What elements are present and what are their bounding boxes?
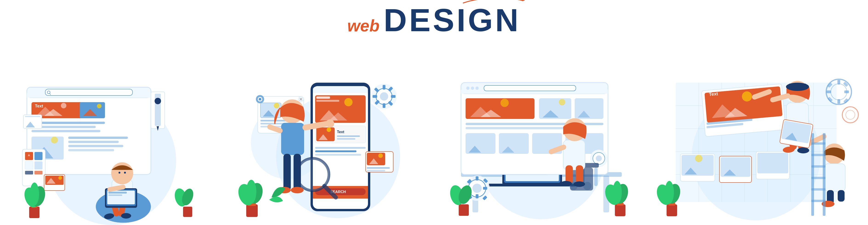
design-label: DESIGN [383,2,521,38]
svg-rect-283 [811,154,826,156]
svg-point-164 [471,87,474,90]
panel1-illustration: Text [8,69,215,225]
svg-rect-86 [315,147,366,149]
svg-rect-17 [31,130,100,132]
svg-rect-72 [313,91,368,93]
svg-rect-21 [68,137,128,139]
svg-point-242 [842,107,858,123]
panel-4: Text [649,69,863,225]
svg-rect-188 [476,194,478,198]
svg-rect-32 [34,171,42,174]
web-label: web [347,18,379,34]
svg-rect-280 [811,133,814,216]
svg-rect-287 [811,200,826,202]
svg-rect-135 [246,204,258,217]
svg-point-58 [124,172,126,173]
svg-rect-239 [843,98,848,103]
svg-text:Text: Text [337,130,344,134]
svg-rect-121 [391,95,396,98]
svg-rect-235 [837,99,840,104]
svg-rect-284 [811,165,826,168]
svg-rect-174 [575,98,603,119]
svg-point-186 [472,184,482,193]
svg-rect-53 [108,192,127,194]
svg-rect-127 [281,123,304,155]
panel2-illustration: Text SEARCH [223,69,430,225]
svg-rect-24 [68,149,114,151]
svg-point-82 [327,127,331,132]
svg-rect-217 [459,204,469,216]
svg-rect-22 [68,141,119,143]
svg-rect-84 [337,135,360,137]
svg-rect-206 [565,165,573,184]
svg-point-216 [613,181,622,204]
svg-rect-205 [563,140,585,170]
svg-rect-87 [315,150,356,152]
svg-point-139 [246,180,256,204]
svg-rect-278 [838,190,844,201]
svg-rect-15 [31,122,105,124]
svg-point-243 [846,110,855,119]
curve-decoration [461,0,525,5]
svg-point-170 [500,99,509,107]
svg-text:Text: Text [35,104,43,108]
svg-rect-54 [108,194,122,196]
panel3-illustration [438,69,645,225]
svg-rect-285 [811,177,826,179]
svg-point-173 [559,99,565,105]
svg-rect-132 [293,154,301,191]
svg-point-270 [797,148,809,153]
svg-point-163 [466,87,469,90]
svg-point-57 [119,172,120,173]
page-wrapper: web DESIGN [0,0,868,225]
svg-rect-28 [34,152,42,160]
illustrations-container: Text [0,36,868,225]
svg-point-197 [596,155,602,161]
svg-rect-166 [484,86,576,91]
svg-point-129 [326,119,334,128]
svg-rect-260 [757,153,788,173]
svg-rect-77 [316,96,330,99]
svg-rect-237 [844,91,849,93]
svg-point-48 [121,213,131,219]
svg-rect-119 [383,103,385,108]
svg-rect-59 [29,206,39,218]
svg-rect-78 [316,100,339,102]
svg-point-134 [291,187,304,193]
svg-rect-288 [666,204,677,216]
svg-rect-236 [827,91,831,93]
svg-rect-187 [476,176,478,181]
svg-point-20 [51,137,58,143]
svg-rect-118 [383,85,385,90]
svg-point-105 [274,103,279,108]
svg-point-117 [380,92,388,101]
svg-rect-120 [373,95,377,98]
svg-rect-257 [720,157,750,177]
svg-rect-113 [367,167,390,169]
svg-point-165 [475,87,479,90]
svg-rect-85 [337,138,355,139]
svg-rect-30 [34,161,42,169]
svg-rect-281 [823,133,826,216]
svg-text:Text: Text [709,91,718,97]
svg-point-76 [344,98,352,106]
svg-rect-286 [811,188,826,191]
svg-rect-4 [45,89,132,96]
svg-rect-31 [25,171,33,174]
svg-rect-29 [25,161,33,169]
svg-rect-180 [499,133,529,154]
svg-rect-23 [68,145,123,147]
svg-point-102 [259,98,261,101]
svg-rect-263 [788,84,807,88]
svg-point-292 [665,181,674,204]
svg-point-43 [155,98,161,104]
svg-rect-234 [837,80,840,85]
svg-point-208 [560,181,572,186]
svg-rect-190 [483,187,487,190]
svg-rect-88 [315,154,361,156]
svg-point-112 [378,153,383,158]
svg-rect-204 [594,168,598,186]
panel-1: Text [5,69,219,225]
svg-rect-114 [367,170,385,171]
svg-rect-282 [811,142,826,144]
